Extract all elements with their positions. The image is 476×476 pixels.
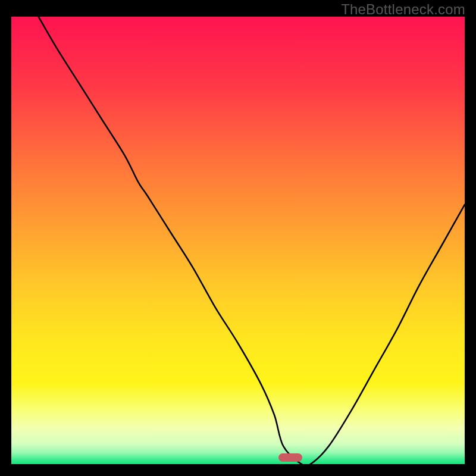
- plot-area: [11, 17, 465, 464]
- watermark-text: TheBottleneck.com: [341, 1, 465, 18]
- bottleneck-curve: [11, 17, 465, 464]
- chart-frame: TheBottleneck.com: [0, 0, 476, 476]
- optimal-marker: [278, 453, 302, 462]
